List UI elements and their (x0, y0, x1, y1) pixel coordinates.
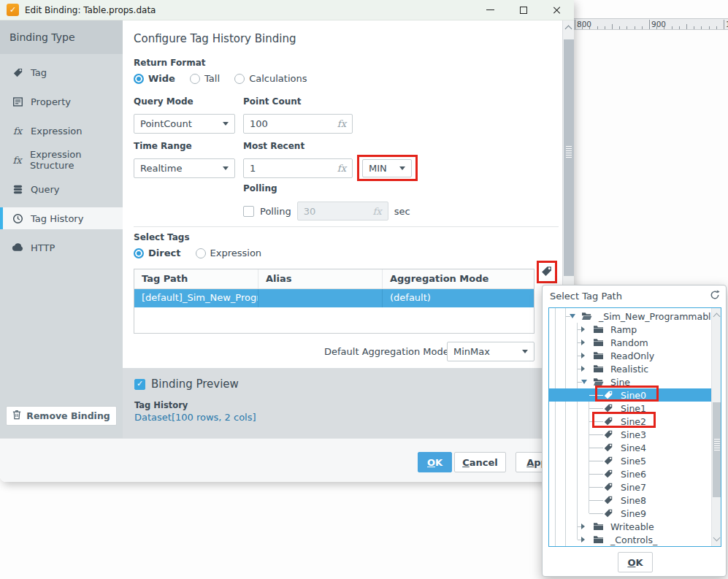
scrollbar-thumb[interactable] (713, 402, 721, 497)
tag-icon (603, 508, 613, 518)
tree-item-label: Sine1 (621, 403, 646, 414)
polling-unit-label: sec (394, 206, 410, 217)
tag-browse-button[interactable] (540, 265, 553, 280)
minimize-button[interactable] (473, 0, 507, 20)
chevron-down-icon (399, 166, 405, 170)
polling-checkbox[interactable] (243, 206, 254, 217)
tag-icon (603, 482, 613, 492)
ruler-tick (627, 26, 627, 29)
scrollbar-thumb[interactable] (564, 39, 574, 276)
tree-item-label: Realistic (610, 364, 648, 375)
fx-icon[interactable]: fx (337, 163, 346, 174)
tree-item-sine1[interactable]: Sine1 (549, 402, 711, 415)
cancel-button[interactable]: Cancel (454, 452, 506, 472)
maximize-button[interactable] (507, 0, 540, 20)
table-row[interactable]: [default]_Sim_New_Progra... (default) (134, 289, 534, 307)
tree-item-sine5[interactable]: Sine5 (549, 454, 711, 467)
radio-wide[interactable]: Wide (134, 73, 175, 84)
sidebar-item-query[interactable]: Query (0, 178, 123, 200)
collapse-arrow-icon[interactable] (581, 380, 587, 384)
sidebar-header: Binding Type (0, 20, 123, 54)
sidebar-item-http[interactable]: HTTP (0, 237, 123, 258)
tree-item-label: Sine9 (621, 508, 646, 519)
tree-item-random[interactable]: Random (549, 336, 711, 349)
expand-arrow-icon[interactable] (581, 340, 585, 345)
time-unit-dropdown[interactable]: MIN (362, 159, 412, 177)
radio-icon (134, 248, 144, 258)
scroll-up-icon[interactable] (713, 313, 720, 321)
expand-arrow-icon[interactable] (581, 366, 585, 372)
sidebar-item-expression-structure[interactable]: fx Expression Structure (0, 149, 123, 171)
radio-direct[interactable]: Direct (134, 248, 180, 258)
column-tag-path: Tag Path (134, 269, 258, 288)
query-mode-dropdown[interactable]: PointCount (134, 114, 235, 134)
tree-item-sine4[interactable]: Sine4 (549, 441, 711, 454)
scroll-down-icon[interactable] (713, 534, 720, 542)
tree-item-sine6[interactable]: Sine6 (549, 467, 711, 480)
tree-item-sine3[interactable]: Sine3 (549, 428, 711, 441)
point-count-field[interactable]: 100fx (243, 114, 353, 134)
ruler-tick (694, 26, 694, 29)
collapse-arrow-icon[interactable] (570, 314, 575, 318)
tree-item-sine7[interactable]: Sine7 (549, 480, 711, 494)
expand-arrow-icon[interactable] (581, 353, 585, 358)
tree-item-label: Sine8 (621, 495, 646, 506)
fx-icon[interactable]: fx (337, 118, 346, 129)
close-button[interactable] (540, 0, 574, 20)
tree-item-sine[interactable]: Sine (549, 375, 711, 388)
sidebar-item-tag[interactable]: Tag (0, 61, 123, 83)
maximize-icon (520, 7, 527, 14)
most-recent-field[interactable]: 1fx (243, 158, 353, 178)
radio-tall[interactable]: Tall (190, 73, 220, 84)
default-aggregation-dropdown[interactable]: MinMax (447, 342, 534, 361)
popup-ok-button[interactable]: OK (618, 552, 653, 572)
designer-background: 8009001000 ✓ Edit Binding: Table.props.d… (0, 0, 728, 579)
binding-preview-checkbox[interactable] (134, 379, 145, 390)
tree-item-_sim_new_programmable_[interactable]: _Sim_New_Programmable_ (549, 310, 711, 323)
tag-tree: _Sim_New_Programmable_RampRandomReadOnly… (548, 307, 721, 547)
ruler-tick (701, 26, 702, 29)
expand-arrow-icon[interactable] (581, 537, 585, 542)
tree-item-label: _Controls_ (610, 534, 657, 545)
tag-icon (540, 265, 553, 277)
chevron-down-icon (223, 122, 229, 126)
tree-item-label: Sine5 (621, 456, 646, 467)
ruler-tick (612, 24, 613, 29)
tree-item-sine9[interactable]: Sine9 (549, 507, 711, 520)
scrollbar-grip (714, 439, 720, 451)
point-count-label: Point Count (243, 96, 301, 107)
tree-item-_controls_[interactable]: _Controls_ (549, 533, 711, 546)
radio-icon (134, 74, 144, 84)
tag-history-config-panel: Configure Tag History Binding Return For… (123, 20, 562, 438)
tree-item-sine8[interactable]: Sine8 (549, 494, 711, 507)
time-range-dropdown[interactable]: Realtime (134, 158, 235, 178)
folder-open-icon (593, 377, 604, 386)
binding-check-icon: ✓ (7, 4, 19, 16)
dataset-link[interactable]: Dataset[100 rows, 2 cols] (134, 412, 256, 423)
ruler-tick (686, 24, 687, 29)
remove-binding-button[interactable]: Remove Binding (6, 406, 117, 426)
radio-expression[interactable]: Expression (196, 248, 262, 258)
tree-item-sine0[interactable]: Sine0 (549, 388, 711, 402)
popup-title: Select Tag Path (550, 291, 622, 302)
tree-item-writeable[interactable]: Writeable (549, 520, 711, 533)
tree-item-sine2[interactable]: Sine2 (549, 415, 711, 428)
expand-arrow-icon[interactable] (581, 524, 585, 529)
sidebar-item-tag-history[interactable]: Tag History (0, 207, 123, 229)
radio-calculations[interactable]: Calculations (234, 73, 307, 84)
tree-item-readonly[interactable]: ReadOnly (549, 349, 711, 362)
refresh-button[interactable] (710, 290, 720, 302)
dialog-titlebar: ✓ Edit Binding: Table.props.data (0, 0, 574, 20)
ruler-label: 900 (651, 20, 666, 28)
ruler-tick (619, 26, 620, 29)
sidebar-item-property[interactable]: Property (0, 91, 123, 112)
tree-item-realistic[interactable]: Realistic (549, 362, 711, 375)
sidebar-item-expression[interactable]: fx Expression (0, 120, 123, 142)
scroll-up-icon[interactable] (565, 26, 572, 33)
tree-item-ramp[interactable]: Ramp (549, 323, 711, 336)
ok-button[interactable]: OK (418, 452, 452, 472)
tag-icon (603, 456, 613, 466)
folder-icon (593, 337, 604, 347)
expand-arrow-icon[interactable] (581, 326, 585, 332)
edit-binding-dialog: ✓ Edit Binding: Table.props.data Binding… (0, 0, 574, 482)
